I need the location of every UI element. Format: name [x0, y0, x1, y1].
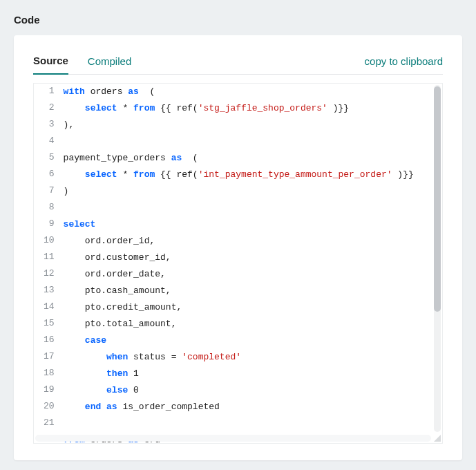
code-content: select [63, 216, 442, 233]
code-table: 1with orders as (2 select * from {{ ref(… [34, 84, 442, 443]
code-line: 13 pto.cash_amount, [34, 283, 442, 299]
code-content: pto.total_amount, [63, 316, 442, 332]
code-content: case [63, 332, 442, 349]
code-line: 19 else 0 [34, 382, 442, 399]
line-number: 17 [34, 349, 63, 366]
code-line: 4 [34, 133, 442, 150]
code-line: 10 ord.order_id, [34, 233, 442, 250]
code-line: 12 ord.order_date, [34, 266, 442, 283]
code-content: payment_type_orders as ( [63, 150, 442, 167]
code-card: Source Compiled copy to clipboard 1with … [14, 35, 462, 460]
code-content: pto.cash_amount, [63, 283, 442, 299]
line-number: 7 [34, 183, 63, 200]
code-line: 21 [34, 415, 442, 432]
code-content: when status = 'completed' [63, 349, 442, 366]
code-content: ord.order_date, [63, 266, 442, 283]
code-line: 5payment_type_orders as ( [34, 150, 442, 167]
tab-compiled[interactable]: Compiled [88, 55, 131, 74]
line-number: 15 [34, 316, 63, 332]
line-number: 20 [34, 399, 63, 415]
line-number: 11 [34, 250, 63, 266]
code-line: 17 when status = 'completed' [34, 349, 442, 366]
code-content: select * from {{ ref('stg_jaffle_shop_or… [63, 100, 442, 117]
code-line: 8 [34, 200, 442, 216]
code-content [63, 200, 442, 216]
code-line: 9select [34, 216, 442, 233]
code-line: 20 end as is_order_completed [34, 399, 442, 415]
code-scroll[interactable]: 1with orders as (2 select * from {{ ref(… [34, 84, 442, 443]
line-number: 10 [34, 233, 63, 250]
line-number: 1 [34, 84, 63, 100]
code-line: 18 then 1 [34, 366, 442, 382]
code-line: 7) [34, 183, 442, 200]
line-number: 9 [34, 216, 63, 233]
line-number: 12 [34, 266, 63, 283]
resize-handle[interactable] [432, 433, 441, 442]
code-content: ) [63, 183, 442, 200]
copy-to-clipboard[interactable]: copy to clipboard [365, 55, 443, 74]
code-line: 16 case [34, 332, 442, 349]
code-content [63, 133, 442, 150]
tabs-row: Source Compiled copy to clipboard [33, 55, 443, 75]
line-number: 21 [34, 415, 63, 432]
scrollbar-horizontal[interactable] [35, 435, 431, 442]
code-line: 11 ord.customer_id, [34, 250, 442, 266]
line-number: 19 [34, 382, 63, 399]
line-number: 13 [34, 283, 63, 299]
tab-source[interactable]: Source [33, 55, 68, 75]
line-number: 2 [34, 100, 63, 117]
line-number: 8 [34, 200, 63, 216]
code-content: select * from {{ ref('int_payment_type_a… [63, 167, 442, 183]
line-number: 5 [34, 150, 63, 167]
code-content: pto.credit_amount, [63, 299, 442, 316]
code-content: ord.customer_id, [63, 250, 442, 266]
code-content: ord.order_id, [63, 233, 442, 250]
code-content: then 1 [63, 366, 442, 382]
section-title: Code [14, 14, 462, 26]
code-line: 2 select * from {{ ref('stg_jaffle_shop_… [34, 100, 442, 117]
line-number: 4 [34, 133, 63, 150]
code-line: 1with orders as ( [34, 84, 442, 100]
line-number: 16 [34, 332, 63, 349]
code-line: 6 select * from {{ ref('int_payment_type… [34, 167, 442, 183]
code-content: ), [63, 117, 442, 133]
line-number: 18 [34, 366, 63, 382]
line-number: 3 [34, 117, 63, 133]
line-number: 6 [34, 167, 63, 183]
code-content: else 0 [63, 382, 442, 399]
code-line: 14 pto.credit_amount, [34, 299, 442, 316]
code-content: with orders as ( [63, 84, 442, 100]
line-number: 14 [34, 299, 63, 316]
scrollbar-vertical[interactable] [434, 85, 441, 432]
code-line: 3), [34, 117, 442, 133]
code-viewer: 1with orders as (2 select * from {{ ref(… [33, 83, 443, 444]
code-section: Code Source Compiled copy to clipboard 1… [14, 14, 462, 460]
code-content [63, 415, 442, 432]
code-line: 15 pto.total_amount, [34, 316, 442, 332]
code-content: end as is_order_completed [63, 399, 442, 415]
